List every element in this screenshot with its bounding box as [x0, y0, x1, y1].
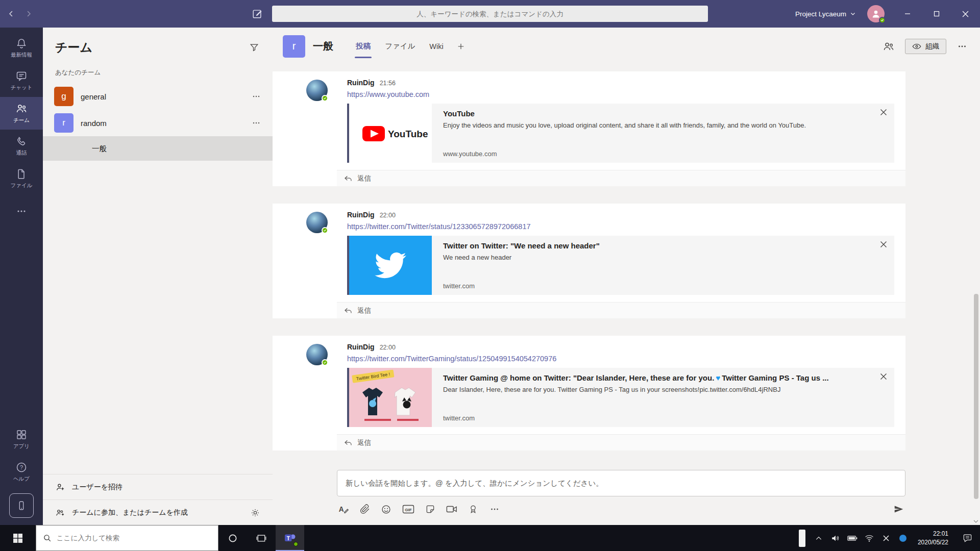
x-icon: [883, 535, 890, 542]
more-icon: [957, 41, 968, 52]
join-create-team-button[interactable]: チームに参加、またはチームを作成: [43, 499, 273, 525]
team-avatar: g: [54, 87, 74, 106]
minimize-button[interactable]: [893, 0, 922, 28]
format-button[interactable]: A: [338, 504, 349, 515]
maximize-button[interactable]: [922, 0, 951, 28]
message-link[interactable]: https://twitter.com/Twitter/status/12330…: [347, 222, 894, 231]
rail-item-teams[interactable]: チーム: [0, 97, 43, 130]
channel-tabs: 投稿 ファイル Wiki: [349, 28, 471, 65]
card-close-button[interactable]: [880, 241, 887, 248]
new-chat-button[interactable]: [246, 0, 268, 28]
add-tab-button[interactable]: [451, 28, 471, 65]
invite-users-button[interactable]: ユーザーを招待: [43, 474, 273, 499]
message-author[interactable]: RuinDig: [347, 79, 375, 87]
user-avatar[interactable]: [867, 5, 885, 22]
send-button[interactable]: [893, 504, 904, 515]
link-preview-card-youtube[interactable]: YouTube YouTube Enjoy the videos and mus…: [347, 104, 894, 163]
search-icon: [43, 534, 52, 542]
praise-button[interactable]: [468, 504, 478, 514]
team-options-button[interactable]: [251, 118, 261, 128]
message-author[interactable]: RuinDig: [347, 211, 375, 219]
card-close-button[interactable]: [880, 109, 887, 116]
channel-name: 一般: [92, 144, 107, 154]
card-close-button[interactable]: [880, 373, 887, 380]
tab-posts[interactable]: 投稿: [349, 28, 378, 65]
channel-item-general[interactable]: 一般: [43, 136, 273, 161]
rail-item-apps[interactable]: アプリ: [0, 423, 43, 456]
card-title: YouTube: [443, 109, 872, 118]
mobile-app-button[interactable]: [9, 493, 34, 518]
meet-now-button[interactable]: [446, 504, 457, 514]
forward-button[interactable]: [19, 0, 38, 28]
org-switcher[interactable]: Project Lycaeum: [788, 10, 863, 18]
link-preview-card-twitter[interactable]: Twitter on Twitter: "We need a new heade…: [347, 236, 894, 295]
network-button[interactable]: [861, 525, 878, 551]
tray-close-icon-button[interactable]: [878, 525, 895, 551]
emoji-button[interactable]: [381, 504, 391, 515]
taskbar-teams-button[interactable]: T: [276, 525, 304, 551]
compose-more-button[interactable]: [489, 504, 500, 515]
message-input-placeholder: 新しい会話を開始します。@ を入力して、誰かにメンションしてください。: [346, 479, 603, 488]
phone-icon: [15, 135, 28, 147]
volume-button[interactable]: [827, 525, 844, 551]
scrollbar-thumb[interactable]: [974, 294, 978, 499]
paperclip-icon: [360, 504, 370, 514]
people-icon: [883, 40, 895, 53]
back-button[interactable]: [2, 0, 20, 28]
taskbar-clock[interactable]: 22:01 2020/05/22: [912, 530, 954, 547]
message-link[interactable]: https://www.youtube.com: [347, 90, 894, 98]
cortana-button[interactable]: [218, 525, 247, 551]
message-author[interactable]: RuinDig: [347, 343, 375, 351]
org-view-button[interactable]: 組織: [905, 39, 946, 54]
manage-teams-button[interactable]: [250, 508, 260, 518]
reply-button[interactable]: 返信: [337, 434, 905, 450]
taskbar-search[interactable]: [36, 525, 218, 551]
link-preview-card-twitter-gaming[interactable]: Twitter Bird Tee !: [347, 368, 894, 427]
search-input[interactable]: [272, 6, 708, 22]
teams-sidebar: チーム あなたのチーム g general r random: [43, 28, 273, 525]
message-input[interactable]: 新しい会話を開始します。@ を入力して、誰かにメンションしてください。: [337, 470, 905, 496]
compose-area: 新しい会話を開始します。@ を入力して、誰かにメンションしてください。 A GI…: [273, 468, 980, 525]
rail-item-calls[interactable]: 通話: [0, 130, 43, 162]
rail-item-activity[interactable]: 最新情報: [0, 32, 43, 64]
start-button[interactable]: [0, 525, 36, 551]
team-item-random[interactable]: r random: [43, 110, 273, 136]
avatar[interactable]: [306, 212, 328, 233]
card-description: Dear Islander, Here, these are for you. …: [443, 385, 872, 394]
rail-item-help[interactable]: ? ヘルプ: [0, 456, 43, 488]
reply-button[interactable]: 返信: [337, 170, 905, 186]
avatar[interactable]: [306, 344, 328, 365]
message-link[interactable]: https://twitter.com/TwitterGaming/status…: [347, 355, 894, 363]
team-item-general[interactable]: g general: [43, 83, 273, 110]
rail-item-files[interactable]: ファイル: [0, 162, 43, 195]
tab-files[interactable]: ファイル: [378, 28, 422, 65]
action-center-button[interactable]: [954, 525, 980, 551]
titlebar-right: Project Lycaeum: [788, 0, 980, 28]
battery-button[interactable]: [844, 525, 861, 551]
tray-app-button[interactable]: [895, 525, 912, 551]
rail-item-more[interactable]: [0, 195, 43, 228]
filter-button[interactable]: [249, 42, 259, 53]
clock-time: 22:01: [918, 530, 948, 538]
channel-more-button[interactable]: [957, 41, 968, 52]
sticker-button[interactable]: [425, 504, 435, 514]
card-title: Twitter on Twitter: "We need a new heade…: [443, 241, 872, 250]
rail-item-chat[interactable]: チャット: [0, 64, 43, 97]
main-scrollbar[interactable]: [974, 70, 978, 517]
task-view-button[interactable]: [247, 525, 276, 551]
close-window-button[interactable]: [951, 0, 980, 28]
show-hidden-icons-button[interactable]: [811, 525, 827, 551]
tab-wiki[interactable]: Wiki: [422, 28, 450, 65]
avatar[interactable]: [306, 80, 328, 101]
close-icon: [880, 109, 887, 116]
command-search[interactable]: [272, 6, 708, 22]
gif-button[interactable]: GIF: [402, 504, 414, 514]
team-options-button[interactable]: [251, 91, 261, 102]
members-button[interactable]: [883, 40, 895, 53]
scroll-down-button[interactable]: [973, 519, 979, 524]
attach-button[interactable]: [360, 504, 370, 514]
taskbar-search-input[interactable]: [57, 534, 211, 542]
help-icon: ?: [15, 461, 28, 473]
main-panel: r 一般 投稿 ファイル Wiki 組織: [273, 28, 980, 525]
reply-button[interactable]: 返信: [337, 302, 905, 318]
